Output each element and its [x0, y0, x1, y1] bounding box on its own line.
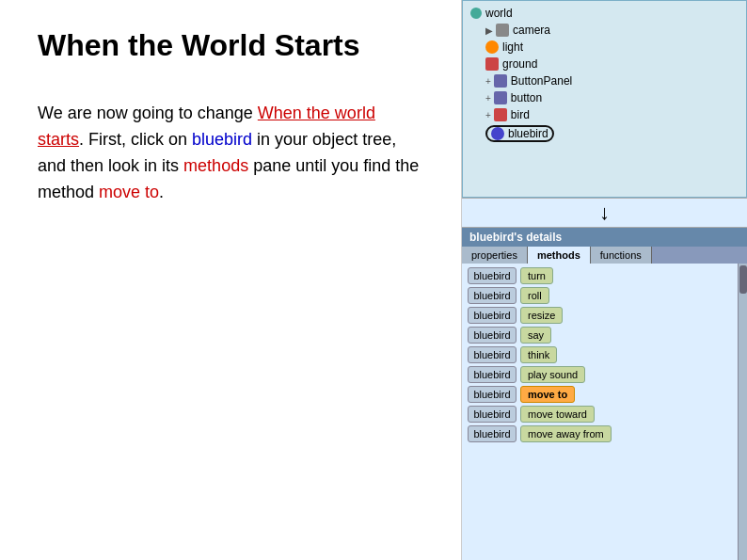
expand-extra: + — [485, 110, 491, 120]
tab-properties[interactable]: properties — [462, 247, 528, 264]
highlight-methods: methods — [183, 156, 248, 175]
method-subject-say: bluebird — [468, 327, 517, 344]
details-panel: bluebird's details properties methods fu… — [462, 227, 747, 560]
tree-item-button[interactable]: + button — [463, 89, 746, 106]
highlight-move-to: move to — [99, 183, 159, 201]
tree-item-extra[interactable]: + bird — [463, 106, 746, 123]
method-resize[interactable]: bluebird resize — [464, 307, 745, 324]
scrollbar[interactable] — [738, 264, 747, 560]
details-header: bluebird's details — [462, 228, 747, 247]
tree-label-light: light — [502, 40, 523, 54]
page-title: When the World Starts — [38, 28, 423, 63]
method-action-think: think — [520, 346, 557, 363]
method-subject-move-to: bluebird — [468, 386, 517, 403]
method-move-to[interactable]: bluebird move to — [464, 386, 745, 403]
tab-functions[interactable]: functions — [591, 247, 652, 264]
method-subject-think: bluebird — [468, 346, 517, 363]
bluebird-highlight-oval: bluebird — [485, 125, 554, 142]
method-action-move-to: move to — [520, 386, 575, 403]
method-move-toward[interactable]: bluebird move toward — [464, 406, 745, 423]
light-icon — [485, 40, 499, 54]
tree-label-ground: ground — [502, 57, 537, 71]
expand-buttonpanel: + — [485, 76, 491, 87]
tab-methods[interactable]: methods — [528, 247, 591, 264]
method-play-sound[interactable]: bluebird play sound — [464, 366, 745, 383]
button-icon — [494, 91, 507, 104]
method-subject-play-sound: bluebird — [468, 366, 517, 383]
tree-item-light[interactable]: light — [463, 39, 746, 56]
method-move-away[interactable]: bluebird move away from — [464, 425, 745, 442]
tree-label-bluebird: bluebird — [508, 127, 548, 140]
camera-icon — [496, 24, 509, 37]
details-tabs: properties methods functions — [462, 247, 747, 264]
object-tree: world ▶ camera light ground + ButtonPane… — [462, 0, 747, 198]
tree-item-world[interactable]: world — [463, 5, 746, 22]
bluebird-icon — [491, 127, 504, 140]
method-action-roll: roll — [520, 287, 549, 304]
methods-list: bluebird turn bluebird roll bluebird res… — [462, 264, 747, 560]
expand-camera: ▶ — [485, 25, 493, 36]
tree-item-camera[interactable]: ▶ camera — [463, 22, 746, 39]
tree-label-buttonpanel: ButtonPanel — [511, 74, 572, 88]
method-action-move-toward: move toward — [520, 406, 595, 423]
method-action-resize: resize — [520, 307, 563, 324]
tree-label-world: world — [485, 7, 513, 20]
tree-label-extra: bird — [511, 108, 530, 121]
method-subject-roll: bluebird — [468, 287, 517, 304]
tree-label-button: button — [511, 91, 542, 104]
method-subject-turn: bluebird — [468, 267, 517, 284]
highlight-bluebird: bluebird — [192, 130, 252, 149]
buttonpanel-icon — [494, 74, 507, 88]
left-panel: When the World Starts We are now going t… — [0, 0, 461, 560]
method-turn[interactable]: bluebird turn — [464, 267, 745, 284]
method-think[interactable]: bluebird think — [464, 346, 745, 363]
tree-item-bluebird[interactable]: bluebird — [463, 123, 746, 144]
method-roll[interactable]: bluebird roll — [464, 287, 745, 304]
scrollbar-thumb — [739, 265, 747, 294]
extra-icon — [494, 108, 507, 121]
method-action-move-away: move away from — [520, 425, 612, 442]
method-subject-move-away: bluebird — [468, 425, 517, 442]
method-subject-move-toward: bluebird — [468, 406, 517, 423]
method-action-play-sound: play sound — [520, 366, 585, 383]
method-action-say: say — [520, 327, 551, 344]
tree-item-buttonpanel[interactable]: + ButtonPanel — [463, 72, 746, 89]
ground-icon — [485, 57, 499, 71]
method-action-turn: turn — [520, 267, 553, 284]
tree-label-camera: camera — [513, 24, 550, 37]
tree-item-ground[interactable]: ground — [463, 56, 746, 72]
method-say[interactable]: bluebird say — [464, 327, 745, 344]
expand-button: + — [485, 93, 491, 104]
world-icon — [470, 8, 482, 19]
right-panel: world ▶ camera light ground + ButtonPane… — [461, 0, 747, 560]
method-subject-resize: bluebird — [468, 307, 517, 324]
arrow-indicator: ↓ — [462, 198, 747, 227]
description-text: We are now going to change When the worl… — [38, 101, 423, 206]
